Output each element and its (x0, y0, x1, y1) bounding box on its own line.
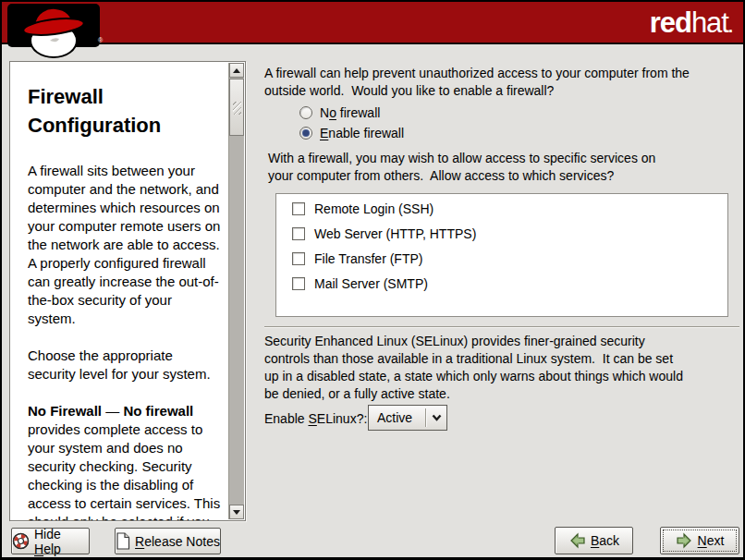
down-arrow-icon (233, 510, 240, 515)
redhat-shadowman-logo-icon: ® (7, 4, 105, 59)
checkbox-icon[interactable] (292, 227, 305, 240)
checkbox-web-server-http[interactable]: Web Server (HTTP, HTTPS) (292, 223, 727, 244)
up-arrow-icon (233, 68, 240, 73)
help-paragraph-1: A firewall sits between your computer an… (28, 162, 223, 328)
selinux-intro-text: Security Enhanced Linux (SELinux) provid… (264, 333, 688, 403)
selinux-selected-value: Active (369, 410, 425, 425)
back-button[interactable]: Back (555, 527, 633, 554)
help-panel: Firewall Configuration A firewall sits b… (9, 61, 246, 521)
redhat-wordmark: redhat. (650, 6, 732, 44)
checkbox-icon[interactable] (292, 202, 305, 215)
service-label[interactable]: Remote Login (SSH) (314, 201, 434, 216)
service-label[interactable]: Mail Server (SMTP) (314, 276, 428, 291)
section-separator (264, 326, 739, 328)
help-title: Firewall Configuration (28, 82, 223, 140)
checkbox-file-transfer-ftp[interactable]: File Transfer (FTP) (292, 248, 727, 269)
scroll-down-button[interactable] (229, 505, 244, 519)
scrollbar-thumb[interactable] (229, 79, 244, 136)
checkbox-icon[interactable] (292, 277, 305, 290)
hide-help-label: Hide Help (34, 527, 89, 556)
help-paragraph-3: No Firewall — No firewall provides compl… (28, 402, 223, 520)
service-label[interactable]: File Transfer (FTP) (314, 251, 422, 266)
help-text: Firewall Configuration A firewall sits b… (10, 62, 228, 520)
help-scrollbar[interactable] (228, 63, 244, 519)
services-intro-text: With a firewall, you may wish to allow a… (268, 150, 673, 185)
radio-enable-firewall-label[interactable]: Enable firewall (320, 126, 404, 140)
checkbox-icon[interactable] (292, 252, 305, 265)
radio-no-firewall-label[interactable]: No firewall (320, 105, 380, 120)
release-notes-document-icon (116, 532, 130, 550)
radio-button-icon[interactable] (299, 106, 312, 119)
registered-trademark: ® (98, 37, 104, 43)
hide-help-button[interactable]: Hide Help (11, 528, 90, 554)
service-label[interactable]: Web Server (HTTP, HTTPS) (314, 226, 476, 241)
life-buoy-help-icon (12, 532, 30, 550)
services-list: Remote Login (SSH) Web Server (HTTP, HTT… (275, 193, 728, 317)
back-arrow-icon (568, 532, 586, 549)
scroll-up-button[interactable] (229, 63, 244, 78)
radio-no-firewall[interactable]: No firewall (299, 104, 380, 121)
selinux-dropdown[interactable]: Active (368, 405, 447, 431)
chevron-down-icon (426, 414, 446, 421)
title-banner (2, 2, 743, 44)
scrollbar-grip-icon (233, 102, 241, 115)
firewall-intro-text: A firewall can help prevent unauthorized… (264, 65, 708, 100)
installer-window: { "banner": { "brand_bold": "red", "bran… (0, 0, 745, 560)
next-arrow-icon (676, 532, 693, 549)
checkbox-remote-login-ssh[interactable]: Remote Login (SSH) (292, 198, 727, 219)
selinux-label: Enable SELinux?: (264, 411, 367, 426)
checkbox-mail-server-smtp[interactable]: Mail Server (SMTP) (292, 273, 727, 294)
radio-button-selected-icon[interactable] (299, 127, 312, 140)
next-label: Next (698, 533, 725, 548)
release-notes-button[interactable]: Release Notes (115, 528, 221, 554)
next-button[interactable]: Next (660, 527, 739, 554)
radio-enable-firewall[interactable]: Enable firewall (299, 125, 404, 141)
release-notes-label: Release Notes (135, 534, 220, 549)
help-paragraph-2: Choose the appropriate security level fo… (28, 347, 223, 383)
back-label: Back (591, 533, 619, 548)
